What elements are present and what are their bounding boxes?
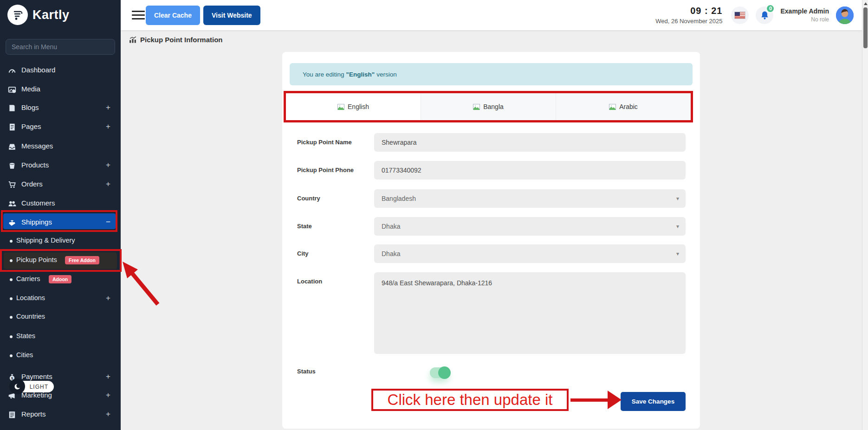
user-role: No role	[780, 16, 829, 23]
inbox-icon	[8, 142, 16, 151]
click-here-annotation-box: Click here then update it	[371, 389, 569, 411]
status-label: Status	[297, 365, 371, 379]
sidebar-item-carriers[interactable]: Carriers Adoon	[0, 270, 121, 289]
cart-logo-icon	[7, 5, 28, 25]
expand-plus-icon[interactable]: +	[106, 180, 110, 189]
language-flag-button[interactable]	[731, 6, 749, 24]
expand-plus-icon[interactable]: +	[106, 122, 110, 131]
sidebar-item-shipping-delivery[interactable]: Shipping & Delivery	[0, 232, 121, 250]
scrollbar	[862, 0, 868, 430]
tab-english[interactable]: English	[286, 93, 421, 120]
pickup-point-form-card: You are editing "English" version Englis…	[282, 52, 700, 429]
clock: 09 : 21 Wed, 26 November 2025	[655, 6, 722, 25]
date-text: Wed, 26 November 2025	[655, 18, 722, 25]
city-label: City	[297, 244, 371, 263]
annotation-arrow-right	[570, 390, 622, 410]
tab-arabic[interactable]: Arabic	[556, 93, 691, 120]
visit-website-button[interactable]: Visit Website	[203, 6, 260, 25]
app-window: Kartly Dashboard Media Blogs + Pages + M…	[0, 0, 868, 430]
media-icon	[8, 85, 16, 94]
user-info: Example Admin No role	[780, 7, 829, 23]
bullet-icon	[10, 259, 13, 262]
clear-cache-button[interactable]: Clear Cache	[146, 6, 200, 25]
gauge-icon	[8, 66, 16, 75]
chevron-down-icon: ▾	[676, 217, 679, 236]
expand-plus-icon[interactable]: +	[106, 103, 110, 112]
pickup-point-phone-input[interactable]	[374, 161, 686, 180]
expand-plus-icon[interactable]: +	[106, 294, 110, 303]
expand-plus-icon[interactable]: +	[106, 391, 110, 400]
bullet-icon	[10, 240, 13, 243]
moon-icon	[9, 379, 25, 394]
sidebar-item-pages[interactable]: Pages +	[0, 118, 121, 136]
location-textarea[interactable]: 948/a East Shewarapara, Dhaka-1216	[374, 272, 686, 354]
notification-count-badge: 0	[766, 4, 775, 13]
theme-toggle[interactable]: LIGHT	[9, 380, 54, 393]
save-changes-button[interactable]: Save Changes	[621, 392, 686, 411]
expand-plus-icon[interactable]: +	[106, 160, 110, 170]
cart-icon	[8, 180, 16, 189]
report-icon	[8, 411, 16, 419]
ship-icon	[8, 218, 16, 227]
sidebar-item-locations[interactable]: Locations +	[0, 289, 121, 308]
editing-version-notice: You are editing "English" version	[290, 63, 693, 85]
free-addon-badge: Free Addon	[65, 256, 99, 264]
state-select[interactable]: Dhaka ▾	[374, 217, 686, 236]
sidebar-item-cities[interactable]: Cities	[0, 347, 121, 365]
us-flag-icon	[734, 12, 745, 19]
basket-icon	[8, 161, 16, 170]
main-content: Pickup Point Information You are editing…	[121, 30, 862, 430]
country-select[interactable]: Bangladesh ▾	[374, 189, 686, 208]
broken-image-icon	[337, 104, 344, 110]
sidebar-item-customers[interactable]: Customers	[0, 194, 121, 213]
bullet-icon	[10, 297, 13, 300]
expand-plus-icon[interactable]: +	[106, 372, 110, 381]
collapse-minus-icon[interactable]: −	[106, 218, 110, 227]
country-label: Country	[297, 189, 371, 208]
status-toggle[interactable]	[430, 367, 449, 378]
scroll-up-arrow-icon[interactable]	[864, 2, 868, 5]
page-title: Pickup Point Information	[129, 36, 223, 44]
location-label: Location	[297, 272, 371, 291]
scrollbar-thumb[interactable]	[863, 7, 868, 48]
user-name: Example Admin	[780, 7, 829, 15]
annotation-instruction-text: Click here then update it	[388, 391, 553, 409]
toggle-knob	[438, 366, 451, 379]
page-icon	[8, 123, 16, 131]
state-label: State	[297, 217, 371, 236]
sidebar-item-pickup-points[interactable]: Pickup Points Free Addon	[0, 251, 121, 270]
city-select[interactable]: Dhaka ▾	[374, 244, 686, 263]
sidebar: Kartly Dashboard Media Blogs + Pages + M…	[0, 0, 121, 430]
chart-icon	[129, 36, 137, 43]
pickup-point-name-input[interactable]	[374, 133, 686, 152]
user-avatar[interactable]	[836, 6, 854, 24]
addon-badge: Adoon	[49, 275, 71, 283]
expand-plus-icon[interactable]: +	[106, 410, 110, 419]
pickup-point-phone-label: Pickup Point Phone	[297, 161, 371, 180]
sidebar-item-messages[interactable]: Messages	[0, 137, 121, 156]
theme-toggle-label: LIGHT	[30, 384, 48, 390]
sidebar-item-orders[interactable]: Orders +	[0, 175, 121, 194]
sidebar-item-products[interactable]: Products +	[0, 156, 121, 175]
chevron-down-icon: ▾	[676, 189, 679, 208]
bullet-icon	[10, 278, 13, 281]
brand-logo[interactable]: Kartly	[7, 5, 70, 25]
hamburger-menu-icon[interactable]	[132, 11, 145, 19]
notifications-button[interactable]: 0	[756, 6, 773, 24]
pickup-point-name-label: Pickup Point Name	[297, 133, 371, 152]
bullet-icon	[10, 335, 13, 338]
broken-image-icon	[473, 104, 480, 110]
topbar: Clear Cache Visit Website 09 : 21 Wed, 2…	[121, 0, 862, 30]
bullet-icon	[10, 354, 13, 357]
sidebar-item-dashboard[interactable]: Dashboard	[0, 61, 121, 80]
tab-bangla[interactable]: Bangla	[421, 93, 556, 120]
sidebar-item-states[interactable]: States	[0, 327, 121, 346]
customers-icon	[8, 199, 16, 208]
sidebar-item-reports[interactable]: Reports +	[0, 405, 121, 424]
sidebar-item-countries[interactable]: Countries	[0, 308, 121, 327]
sidebar-item-blogs[interactable]: Blogs +	[0, 99, 121, 117]
bullet-icon	[10, 316, 13, 319]
search-input[interactable]	[6, 39, 115, 55]
sidebar-item-shippings[interactable]: Shippings −	[0, 213, 121, 232]
sidebar-item-media[interactable]: Media	[0, 80, 121, 99]
